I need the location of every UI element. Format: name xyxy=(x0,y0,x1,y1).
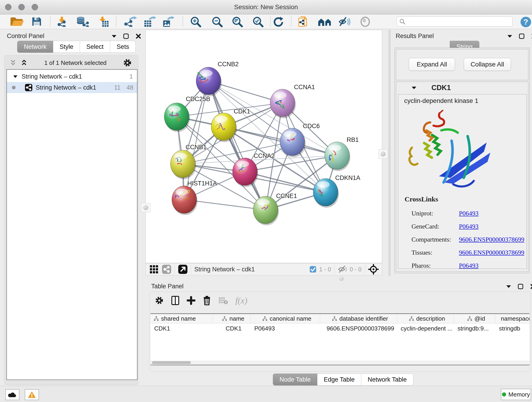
column-label: canonical name xyxy=(270,315,311,322)
memory-status-dot xyxy=(502,392,506,396)
edge-count: 48 xyxy=(127,84,133,91)
left-splitter-handle[interactable] xyxy=(141,203,150,212)
network-tree-row-selected[interactable]: String Network – cdk1 11 48 xyxy=(7,82,137,93)
panel-menu-icon[interactable] xyxy=(112,35,116,38)
selected-items-checkbox-icon[interactable] xyxy=(310,266,317,273)
help-button[interactable]: ? xyxy=(520,16,532,27)
table-scrollbar-thumb[interactable] xyxy=(152,361,191,364)
network-edge[interactable] xyxy=(209,81,266,210)
cloud-status-button[interactable] xyxy=(5,389,19,400)
panel-close-icon[interactable] xyxy=(530,284,532,289)
collapse-all-chevrons-icon[interactable] xyxy=(9,59,17,66)
protein-description: cyclin-dependent kinase 1 xyxy=(404,97,478,104)
collection-count: 1 xyxy=(129,73,133,80)
zoom-fit-icon xyxy=(231,16,244,28)
tab-network-table[interactable]: Network Table xyxy=(361,374,413,385)
right-splitter-handle[interactable] xyxy=(379,149,388,159)
hide-selected-button[interactable] xyxy=(338,16,351,27)
memory-button[interactable]: Memory xyxy=(501,389,531,400)
warnings-button[interactable] xyxy=(25,389,39,400)
delete-columns-trash-icon[interactable] xyxy=(203,296,211,305)
table-options-gear-icon[interactable] xyxy=(155,296,164,305)
column-header[interactable]: canonical name xyxy=(251,314,320,323)
tab-network[interactable]: Network xyxy=(17,41,53,53)
export-image-button[interactable] xyxy=(161,16,175,27)
import-network-from-file-button[interactable] xyxy=(56,16,69,27)
node-label: CDKN1A xyxy=(335,174,360,181)
control-panel-title: Control Panel xyxy=(7,32,44,40)
collapse-card-icon[interactable] xyxy=(412,86,416,89)
show-all-button[interactable] xyxy=(359,16,371,27)
expand-all-button[interactable]: Expand All xyxy=(409,58,455,71)
crosslink-value[interactable]: 9606.ENSP00000378699 xyxy=(459,236,524,243)
crosslink-value[interactable]: P06493 xyxy=(459,210,479,217)
network-node[interactable]: HIST1H1A xyxy=(172,180,217,215)
collapse-all-button[interactable]: Collapse All xyxy=(464,58,511,71)
import-table-from-file-button[interactable] xyxy=(96,16,109,27)
panel-float-icon[interactable] xyxy=(519,33,525,39)
zoom-fit-content-button[interactable] xyxy=(231,16,244,27)
node-label: CDK1 xyxy=(234,108,250,115)
fit-selected-crosshair-icon[interactable] xyxy=(368,264,379,274)
column-header[interactable]: @id xyxy=(454,314,495,323)
crosslink-value[interactable]: 9606.ENSP00000378699 xyxy=(459,249,524,256)
table-panel-window-controls xyxy=(506,284,532,289)
save-session-button[interactable] xyxy=(31,16,42,27)
tab-style[interactable]: Style xyxy=(53,41,80,53)
column-header[interactable]: shared name xyxy=(151,314,213,323)
panel-close-icon[interactable] xyxy=(136,33,141,39)
table-scrollbar-track[interactable] xyxy=(151,361,530,365)
network-node[interactable]: CDC6 xyxy=(280,123,320,157)
network-graph[interactable]: CCNB2CCNA1CDC25BCDK1CDC6RB1CCNB1CCNA2CDK… xyxy=(146,30,382,263)
column-header[interactable]: database identifier xyxy=(320,314,397,323)
cloud-icon xyxy=(8,392,17,398)
expand-all-chevrons-icon[interactable] xyxy=(20,59,28,66)
open-in-new-window-icon[interactable] xyxy=(178,264,188,274)
panel-float-icon[interactable] xyxy=(123,33,129,39)
network-node[interactable]: CCNA1 xyxy=(270,84,315,118)
open-session-button[interactable] xyxy=(9,16,24,27)
network-options-gear-icon[interactable] xyxy=(123,58,132,67)
tab-sets[interactable]: Sets xyxy=(110,41,136,53)
apply-preferred-layout-button[interactable] xyxy=(272,16,284,27)
zoom-out-button[interactable] xyxy=(211,16,224,27)
column-header[interactable]: name xyxy=(213,314,251,323)
cell-canonical-name: P06493 xyxy=(251,325,320,332)
zoom-selected-region-button[interactable] xyxy=(252,16,264,27)
search-field[interactable] xyxy=(397,17,513,27)
cell-database-identifier: 9606.ENSP00000378699 xyxy=(320,325,397,332)
clear-table-icon[interactable] xyxy=(218,296,228,305)
panel-float-icon[interactable] xyxy=(518,284,523,289)
crosslink-value[interactable]: P06493 xyxy=(459,262,479,269)
network-node[interactable]: CDC25B xyxy=(164,96,210,132)
network-node[interactable]: RB1 xyxy=(325,136,359,171)
table-row[interactable]: CDK1 CDK1 P06493 9606.ENSP00000378699 cy… xyxy=(151,323,530,333)
protein-card-header[interactable]: CDK1 xyxy=(396,82,529,94)
panel-menu-icon[interactable] xyxy=(507,35,512,38)
create-column-icon[interactable] xyxy=(187,296,196,305)
export-network-button[interactable] xyxy=(124,16,138,27)
grid-view-icon[interactable] xyxy=(149,265,158,274)
zoom-in-button[interactable] xyxy=(190,16,202,27)
first-neighbors-button[interactable] xyxy=(317,16,332,27)
tab-edge-table[interactable]: Edge Table xyxy=(317,374,361,385)
network-node[interactable]: CDK1 xyxy=(211,108,250,142)
network-view-mode-icon[interactable] xyxy=(162,264,171,274)
column-header[interactable]: description xyxy=(397,314,454,323)
network-node[interactable]: CDKN1A xyxy=(313,174,360,208)
tab-select[interactable]: Select xyxy=(80,41,110,53)
import-network-from-database-button[interactable] xyxy=(76,16,90,27)
network-tree-root-row[interactable]: String Network – cdk1 1 xyxy=(7,71,137,82)
panel-menu-icon[interactable] xyxy=(506,285,511,288)
tree-expand-icon[interactable] xyxy=(13,75,17,78)
column-header[interactable]: namespace xyxy=(495,314,530,323)
crosslink-value[interactable]: P06493 xyxy=(459,223,479,230)
show-columns-icon[interactable] xyxy=(171,296,179,305)
export-table-icon xyxy=(143,16,156,27)
new-network-from-selection-button[interactable] xyxy=(298,16,311,27)
tab-node-table[interactable]: Node Table xyxy=(273,374,317,385)
export-table-button[interactable] xyxy=(143,16,156,27)
search-input[interactable] xyxy=(405,18,507,25)
network-canvas[interactable]: CCNB2CCNA1CDC25BCDK1CDC6RB1CCNB1CCNA2CDK… xyxy=(146,30,382,263)
network-node[interactable]: CCNB2 xyxy=(196,61,239,96)
